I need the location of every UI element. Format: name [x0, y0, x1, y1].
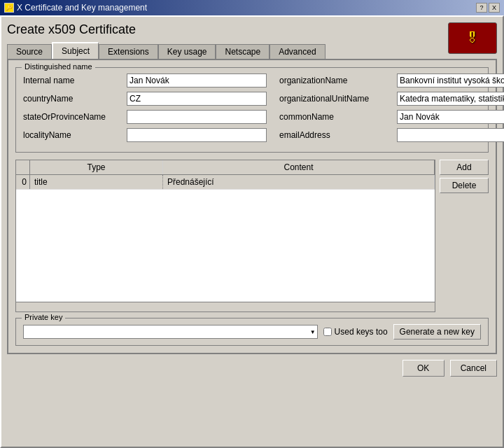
- tab-content: Distinguished name Internal name organiz…: [7, 59, 497, 354]
- logo: 🎖: [448, 22, 497, 54]
- help-button[interactable]: ?: [476, 3, 487, 13]
- row-content: Přednášející: [163, 175, 435, 189]
- private-key-dropdown[interactable]: ▼: [23, 325, 318, 339]
- col-content-header: Content: [163, 160, 435, 174]
- common-name-label: commonName: [279, 112, 391, 122]
- attributes-table: Type Content 0 title Přednášející: [15, 160, 435, 302]
- country-name-input[interactable]: [127, 92, 267, 106]
- cancel-button[interactable]: Cancel: [450, 360, 497, 377]
- email-label: emailAddress: [279, 130, 391, 140]
- tab-source[interactable]: Source: [7, 44, 52, 59]
- bottom-buttons: OK Cancel: [7, 360, 497, 377]
- form-row-2: countryName organizationalUnitName: [23, 92, 481, 106]
- form-row-4: localityName emailAddress: [23, 128, 481, 142]
- ok-button[interactable]: OK: [402, 360, 444, 377]
- org-unit-label: organizationalUnitName: [279, 94, 391, 104]
- window-title: Create x509 Certificate: [7, 22, 497, 37]
- state-input[interactable]: [127, 110, 267, 124]
- used-keys-label[interactable]: Used keys too: [323, 327, 388, 337]
- internal-name-label: Internal name: [23, 76, 121, 85]
- delete-button[interactable]: Delete: [440, 178, 489, 193]
- locality-label: localityName: [23, 130, 121, 140]
- dropdown-arrow-icon: ▼: [310, 329, 316, 335]
- tab-key-usage[interactable]: Key usage: [158, 44, 216, 59]
- private-key-section: Private key ▼ Used keys too Generate a n…: [15, 318, 489, 346]
- row-index: 0: [16, 175, 30, 189]
- distinguished-name-group: Distinguished name Internal name organiz…: [15, 67, 489, 153]
- common-name-input[interactable]: [397, 110, 504, 124]
- attributes-section: Type Content 0 title Přednášející Add De…: [15, 160, 489, 302]
- tab-subject[interactable]: Subject: [52, 42, 99, 59]
- horizontal-scrollbar[interactable]: [15, 302, 435, 312]
- country-name-label: countryName: [23, 94, 121, 104]
- col-type-header: Type: [30, 160, 163, 174]
- generate-key-button[interactable]: Generate a new key: [393, 324, 481, 340]
- private-key-row: ▼ Used keys too Generate a new key: [23, 324, 481, 340]
- main-window: 🎖 Create x509 Certificate Source Subject…: [0, 15, 504, 448]
- distinguished-name-legend: Distinguished name: [22, 62, 95, 71]
- tab-advanced[interactable]: Advanced: [270, 44, 325, 59]
- app-icon: 🔑: [4, 3, 14, 13]
- title-bar: 🔑 X Certificate and Key management ? X: [0, 0, 504, 15]
- used-keys-checkbox[interactable]: [323, 328, 332, 336]
- org-name-label: organizationName: [279, 76, 391, 85]
- form-row-1: Internal name organizationName: [23, 74, 481, 88]
- add-button[interactable]: Add: [440, 160, 489, 175]
- tab-netscape[interactable]: Netscape: [216, 44, 270, 59]
- tab-extensions[interactable]: Extensions: [99, 44, 158, 59]
- private-key-legend: Private key: [22, 313, 65, 321]
- org-unit-input[interactable]: [397, 92, 504, 106]
- table-header: Type Content: [16, 160, 435, 175]
- state-label: stateOrProvinceName: [23, 112, 121, 122]
- used-keys-text: Used keys too: [335, 327, 388, 337]
- form-row-3: stateOrProvinceName commonName: [23, 110, 481, 124]
- org-name-input[interactable]: [397, 74, 504, 88]
- title-bar-text: X Certificate and Key management: [17, 3, 147, 13]
- table-action-buttons: Add Delete: [440, 160, 489, 302]
- logo-icon: 🎖: [465, 30, 479, 46]
- table-row[interactable]: 0 title Přednášející: [16, 175, 435, 190]
- empty-table-area: [16, 190, 435, 302]
- email-input[interactable]: [397, 128, 504, 142]
- close-button[interactable]: X: [489, 3, 500, 13]
- row-type: title: [30, 175, 163, 189]
- tab-bar: Source Subject Extensions Key usage Nets…: [7, 43, 497, 59]
- locality-input[interactable]: [127, 128, 267, 142]
- internal-name-input[interactable]: [127, 74, 267, 88]
